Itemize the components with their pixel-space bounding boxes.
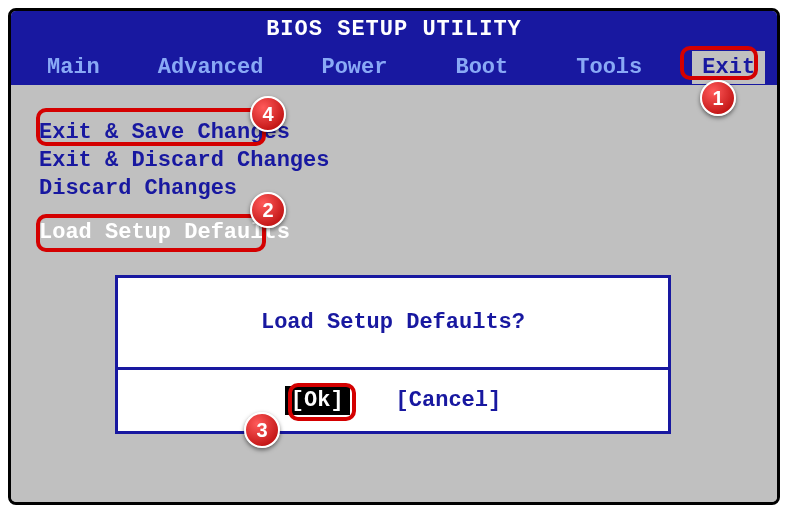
menu-discard[interactable]: Discard Changes (39, 175, 237, 203)
cancel-button[interactable]: [Cancel] (396, 388, 502, 413)
menu-exit-discard[interactable]: Exit & Discard Changes (39, 147, 329, 175)
dialog-title: Load Setup Defaults? (118, 278, 668, 370)
tab-exit[interactable]: Exit (692, 51, 765, 84)
dialog-button-row: [Ok] [Cancel] (118, 370, 668, 431)
header-bar: BIOS SETUP UTILITY Main Advanced Power B… (11, 11, 777, 85)
tab-bar: Main Advanced Power Boot Tools Exit (11, 49, 777, 85)
menu-exit-save[interactable]: Exit & Save Changes (39, 119, 290, 147)
menu-load-defaults[interactable]: Load Setup Defaults (39, 219, 290, 247)
tab-main[interactable]: Main (37, 51, 110, 84)
ok-button[interactable]: [Ok] (285, 386, 350, 415)
tab-power[interactable]: Power (311, 51, 397, 84)
tab-boot[interactable]: Boot (445, 51, 518, 84)
tab-tools[interactable]: Tools (566, 51, 652, 84)
tab-advanced[interactable]: Advanced (148, 51, 274, 84)
bios-title: BIOS SETUP UTILITY (11, 17, 777, 42)
confirm-dialog: Load Setup Defaults? [Ok] [Cancel] (115, 275, 671, 434)
